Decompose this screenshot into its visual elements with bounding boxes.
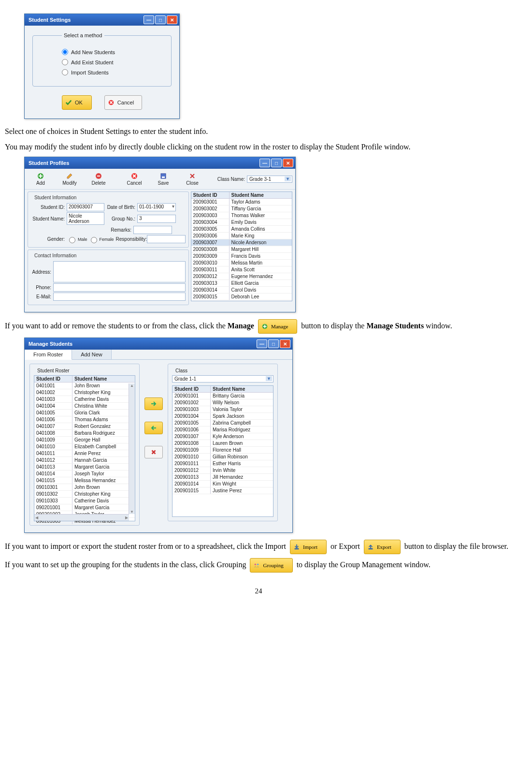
remarks-input[interactable] xyxy=(133,226,172,234)
maximize-button[interactable]: □ xyxy=(155,15,166,24)
table-row[interactable]: 200903009Francis Davis xyxy=(191,253,292,260)
toolbar-delete[interactable]: Delete xyxy=(86,171,112,187)
table-row[interactable]: 0401007Robert Gonzalez xyxy=(34,423,135,430)
table-row[interactable]: 0401014Joseph Taylor xyxy=(34,471,135,477)
horizontal-scrollbar[interactable]: ◀▶ xyxy=(34,514,129,521)
grouping-button[interactable]: Grouping xyxy=(250,558,292,573)
table-row[interactable]: 0401001John Brown xyxy=(34,383,135,389)
table-row[interactable]: 200901005Zabrina Campbell xyxy=(173,420,273,427)
close-button[interactable]: ✕ xyxy=(280,339,290,348)
phone-input[interactable] xyxy=(53,283,186,292)
radio-import[interactable]: Import Students xyxy=(62,69,166,75)
table-row[interactable]: 200903013Elliott Garcia xyxy=(191,280,292,287)
table-row[interactable]: 200903010Melissa Martin xyxy=(191,260,292,266)
radio-add-exist[interactable]: Add Exist Student xyxy=(62,59,166,65)
maximize-button[interactable]: □ xyxy=(268,339,279,348)
table-row[interactable]: 0401008Barbara Rodriguez xyxy=(34,430,135,437)
radio-import-input[interactable] xyxy=(62,69,68,75)
table-row[interactable]: 200901006Marisa Rodriguez xyxy=(173,427,273,433)
class-name-dropdown[interactable]: Grade 3-1 xyxy=(247,176,292,183)
table-row[interactable]: 200901007Kyle Anderson xyxy=(173,433,273,440)
table-row[interactable]: 200901009Florence Hall xyxy=(173,447,273,454)
table-row[interactable]: 200903014Carol Davis xyxy=(191,287,292,294)
table-row[interactable]: 0401011Annie Perez xyxy=(34,450,135,457)
table-row[interactable]: 200901001Brittany Garcia xyxy=(173,393,273,399)
vertical-scrollbar[interactable] xyxy=(129,383,135,514)
toolbar-modify[interactable]: Modify xyxy=(57,171,83,187)
table-row[interactable]: 200903006Marie King xyxy=(191,233,292,239)
toolbar-cancel[interactable]: Cancel xyxy=(121,171,147,187)
maximize-button[interactable]: □ xyxy=(271,159,282,167)
responsibility-input[interactable] xyxy=(147,235,186,243)
profiles-student-list[interactable]: Student ID Student Name 200903001Taylor … xyxy=(191,191,292,301)
titlebar[interactable]: Student Profiles — □ ✕ xyxy=(25,157,295,169)
table-row[interactable]: 200903008Margaret Hill xyxy=(191,246,292,253)
class-table[interactable]: Student ID Student Name 200901001Brittan… xyxy=(172,385,273,517)
close-button[interactable]: ✕ xyxy=(283,159,293,167)
table-row[interactable]: 200901003Valonia Taylor xyxy=(173,406,273,413)
toolbar-add[interactable]: Add xyxy=(28,171,54,187)
toolbar-close[interactable]: Close xyxy=(179,171,205,187)
table-row[interactable]: 200903004Emily Davis xyxy=(191,219,292,226)
table-row[interactable]: 200903001Taylor Adams xyxy=(191,199,292,206)
cancel-button[interactable]: Cancel xyxy=(104,95,142,110)
table-row[interactable]: 0401003Catherine Davis xyxy=(34,396,135,403)
table-row[interactable]: 0401013Margaret Garcia xyxy=(34,464,135,471)
table-row[interactable]: 0401002Christopher King xyxy=(34,389,135,396)
import-button[interactable]: Import xyxy=(290,540,327,554)
remove-button[interactable] xyxy=(144,446,163,458)
table-row[interactable]: 09010303Catherine Davis xyxy=(34,498,135,504)
student-id-input[interactable]: 200903007 xyxy=(67,203,104,211)
tab-add-new[interactable]: Add New xyxy=(72,350,112,359)
radio-add-new-input[interactable] xyxy=(62,49,68,55)
table-row[interactable]: 200901012Irvin White xyxy=(173,467,273,474)
minimize-button[interactable]: — xyxy=(144,15,154,24)
dob-input[interactable]: 01-01-1900 xyxy=(137,203,176,211)
move-right-button[interactable] xyxy=(144,397,163,410)
radio-add-new[interactable]: Add New Students xyxy=(62,49,166,55)
table-row[interactable]: 09010301John Brown xyxy=(34,484,135,491)
titlebar[interactable]: Student Settings — □ ✕ xyxy=(25,14,179,26)
group-no-input[interactable]: 3 xyxy=(137,215,176,223)
radio-add-exist-input[interactable] xyxy=(62,59,68,65)
table-row[interactable]: 200903002Tiffany Garcia xyxy=(191,206,292,212)
table-row[interactable]: 200901010Gillian Robinson xyxy=(173,454,273,460)
table-row[interactable]: 0401012Hannah Garcia xyxy=(34,457,135,464)
minimize-button[interactable]: — xyxy=(259,159,270,167)
table-row[interactable]: 09010302Christopher King xyxy=(34,491,135,498)
move-left-button[interactable] xyxy=(144,422,163,434)
export-button[interactable]: Export xyxy=(364,540,401,554)
table-row[interactable]: 0401010Elizabeth Campbell xyxy=(34,443,135,450)
table-row[interactable]: 200903003Thomas Walker xyxy=(191,212,292,219)
table-row[interactable]: 200901015Justine Perez xyxy=(173,487,273,494)
table-row[interactable]: 200901014Kim Wright xyxy=(173,481,273,487)
table-row[interactable]: 0401006Thomas Adams xyxy=(34,416,135,423)
ok-button[interactable]: OK xyxy=(62,95,92,110)
table-row[interactable]: 200903012Eugene Hernandez xyxy=(191,273,292,280)
tab-from-roster[interactable]: From Roster xyxy=(25,350,72,360)
manage-button[interactable]: Manage xyxy=(258,319,297,334)
address-input[interactable] xyxy=(53,261,186,282)
close-button[interactable]: ✕ xyxy=(167,15,177,24)
table-row[interactable]: 200901011Esther Harris xyxy=(173,460,273,467)
student-name-input[interactable]: Nicole Anderson xyxy=(67,212,104,225)
titlebar[interactable]: Manage Students — □ ✕ xyxy=(25,338,292,350)
table-row[interactable]: 200901002Willy Nelson xyxy=(173,399,273,406)
gender-female-radio[interactable] xyxy=(91,237,97,243)
table-row[interactable]: 200903007Nicole Anderson xyxy=(191,239,292,246)
table-row[interactable]: 200903011Anita Scott xyxy=(191,266,292,273)
gender-male-radio[interactable] xyxy=(69,237,75,243)
table-row[interactable]: 0401004Christina White xyxy=(34,403,135,410)
minimize-button[interactable]: — xyxy=(257,339,267,348)
table-row[interactable]: 200903005Amanda Collins xyxy=(191,226,292,233)
toolbar-save[interactable]: Save xyxy=(150,171,176,187)
email-input[interactable] xyxy=(53,293,186,301)
table-row[interactable]: 200901013Jill Hernandez xyxy=(173,474,273,481)
table-row[interactable]: 0401015Melissa Hernandez xyxy=(34,477,135,484)
table-row[interactable]: 200903015Deborah Lee xyxy=(191,294,292,300)
table-row[interactable]: 200901008Lauren Brown xyxy=(173,440,273,447)
class-select-dropdown[interactable]: Grade 1-1 xyxy=(172,375,273,383)
roster-table[interactable]: Student ID Student Name 0401001John Brow… xyxy=(34,375,135,521)
table-row[interactable]: 0401009George Hall xyxy=(34,437,135,443)
table-row[interactable]: 090201001Margaret Garcia xyxy=(34,504,135,511)
